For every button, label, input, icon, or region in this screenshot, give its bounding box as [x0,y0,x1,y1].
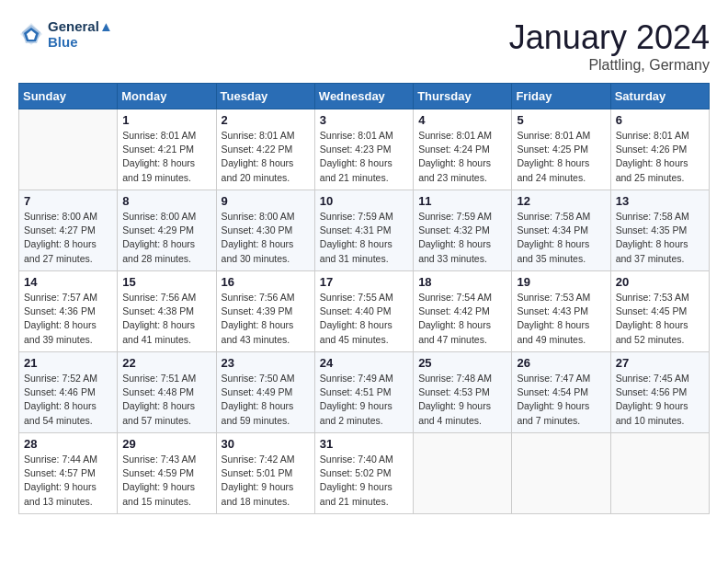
day-info: Sunrise: 7:56 AMSunset: 4:38 PMDaylight:… [122,291,210,347]
day-info: Sunrise: 7:56 AMSunset: 4:39 PMDaylight:… [222,291,310,347]
calendar-table: SundayMondayTuesdayWednesdayThursdayFrid… [18,83,710,514]
calendar-cell [512,433,610,514]
calendar-cell: 29Sunrise: 7:43 AMSunset: 4:59 PMDayligh… [118,433,216,514]
day-number: 10 [320,194,408,208]
calendar-cell: 2Sunrise: 8:01 AMSunset: 4:22 PMDaylight… [216,109,314,190]
location: Plattling, Germany [509,57,710,74]
day-info: Sunrise: 8:00 AMSunset: 4:30 PMDaylight:… [222,210,310,266]
logo-text: General▲ Blue [48,18,113,50]
month-title: January 2024 [509,18,710,57]
calendar-body: 1Sunrise: 8:01 AMSunset: 4:21 PMDaylight… [19,109,710,514]
weekday-header: Saturday [610,84,709,109]
day-number: 14 [24,275,112,289]
day-number: 28 [24,437,112,451]
calendar-cell: 13Sunrise: 7:58 AMSunset: 4:35 PMDayligh… [610,190,709,271]
weekday-header: Friday [512,84,610,109]
day-info: Sunrise: 7:59 AMSunset: 4:31 PMDaylight:… [320,210,408,266]
calendar-week-row: 1Sunrise: 8:01 AMSunset: 4:21 PMDaylight… [19,109,710,190]
calendar-cell: 23Sunrise: 7:50 AMSunset: 4:49 PMDayligh… [216,352,314,433]
day-info: Sunrise: 7:42 AMSunset: 5:01 PMDaylight:… [222,453,310,509]
logo-icon [18,21,44,47]
day-number: 27 [616,356,704,370]
day-info: Sunrise: 7:44 AMSunset: 4:57 PMDaylight:… [24,453,112,509]
day-info: Sunrise: 8:01 AMSunset: 4:23 PMDaylight:… [320,129,408,185]
day-info: Sunrise: 8:00 AMSunset: 4:29 PMDaylight:… [122,210,210,266]
day-info: Sunrise: 7:53 AMSunset: 4:45 PMDaylight:… [616,291,704,347]
day-number: 30 [222,437,310,451]
day-info: Sunrise: 7:54 AMSunset: 4:42 PMDaylight:… [418,291,506,347]
weekday-header: Tuesday [216,84,314,109]
weekday-header: Monday [118,84,216,109]
day-number: 17 [320,275,408,289]
calendar-cell: 5Sunrise: 8:01 AMSunset: 4:25 PMDaylight… [512,109,610,190]
calendar-cell: 8Sunrise: 8:00 AMSunset: 4:29 PMDaylight… [118,190,216,271]
day-number: 24 [320,356,408,370]
calendar-cell: 25Sunrise: 7:48 AMSunset: 4:53 PMDayligh… [414,352,512,433]
weekday-header: Wednesday [314,84,413,109]
day-info: Sunrise: 8:01 AMSunset: 4:24 PMDaylight:… [418,129,506,185]
day-info: Sunrise: 8:00 AMSunset: 4:27 PMDaylight:… [24,210,112,266]
day-info: Sunrise: 7:53 AMSunset: 4:43 PMDaylight:… [517,291,605,347]
day-number: 2 [222,113,310,127]
calendar-cell: 20Sunrise: 7:53 AMSunset: 4:45 PMDayligh… [610,271,709,352]
calendar-cell: 30Sunrise: 7:42 AMSunset: 5:01 PMDayligh… [216,433,314,514]
calendar-cell: 14Sunrise: 7:57 AMSunset: 4:36 PMDayligh… [19,271,118,352]
calendar-cell: 1Sunrise: 8:01 AMSunset: 4:21 PMDaylight… [118,109,216,190]
day-info: Sunrise: 7:57 AMSunset: 4:36 PMDaylight:… [24,291,112,347]
title-section: January 2024 Plattling, Germany [509,18,710,74]
day-number: 23 [222,356,310,370]
day-info: Sunrise: 7:40 AMSunset: 5:02 PMDaylight:… [320,453,408,509]
day-number: 21 [24,356,112,370]
calendar-cell: 24Sunrise: 7:49 AMSunset: 4:51 PMDayligh… [314,352,413,433]
day-info: Sunrise: 7:58 AMSunset: 4:35 PMDaylight:… [616,210,704,266]
calendar-cell: 27Sunrise: 7:45 AMSunset: 4:56 PMDayligh… [610,352,709,433]
day-number: 13 [616,194,704,208]
page-header: General▲ Blue January 2024 Plattling, Ge… [18,18,710,74]
calendar-cell: 7Sunrise: 8:00 AMSunset: 4:27 PMDaylight… [19,190,118,271]
day-info: Sunrise: 7:48 AMSunset: 4:53 PMDaylight:… [418,372,506,428]
calendar-cell: 18Sunrise: 7:54 AMSunset: 4:42 PMDayligh… [414,271,512,352]
calendar-cell [19,109,118,190]
calendar-cell: 31Sunrise: 7:40 AMSunset: 5:02 PMDayligh… [314,433,413,514]
calendar-cell: 12Sunrise: 7:58 AMSunset: 4:34 PMDayligh… [512,190,610,271]
calendar-cell: 28Sunrise: 7:44 AMSunset: 4:57 PMDayligh… [19,433,118,514]
day-info: Sunrise: 7:47 AMSunset: 4:54 PMDaylight:… [517,372,605,428]
weekday-header: Sunday [19,84,118,109]
day-number: 12 [517,194,605,208]
day-number: 25 [418,356,506,370]
day-number: 26 [517,356,605,370]
day-number: 18 [418,275,506,289]
calendar-cell: 9Sunrise: 8:00 AMSunset: 4:30 PMDaylight… [216,190,314,271]
day-info: Sunrise: 7:45 AMSunset: 4:56 PMDaylight:… [616,372,704,428]
calendar-cell: 6Sunrise: 8:01 AMSunset: 4:26 PMDaylight… [610,109,709,190]
day-info: Sunrise: 7:52 AMSunset: 4:46 PMDaylight:… [24,372,112,428]
day-number: 9 [222,194,310,208]
calendar-week-row: 28Sunrise: 7:44 AMSunset: 4:57 PMDayligh… [19,433,710,514]
day-number: 6 [616,113,704,127]
day-info: Sunrise: 7:43 AMSunset: 4:59 PMDaylight:… [122,453,210,509]
day-number: 4 [418,113,506,127]
calendar-cell: 16Sunrise: 7:56 AMSunset: 4:39 PMDayligh… [216,271,314,352]
day-info: Sunrise: 8:01 AMSunset: 4:26 PMDaylight:… [616,129,704,185]
calendar-week-row: 7Sunrise: 8:00 AMSunset: 4:27 PMDaylight… [19,190,710,271]
calendar-cell: 21Sunrise: 7:52 AMSunset: 4:46 PMDayligh… [19,352,118,433]
calendar-week-row: 21Sunrise: 7:52 AMSunset: 4:46 PMDayligh… [19,352,710,433]
day-number: 29 [122,437,210,451]
day-number: 3 [320,113,408,127]
calendar-cell: 26Sunrise: 7:47 AMSunset: 4:54 PMDayligh… [512,352,610,433]
day-info: Sunrise: 7:49 AMSunset: 4:51 PMDaylight:… [320,372,408,428]
logo: General▲ Blue [18,18,113,50]
day-number: 5 [517,113,605,127]
calendar-cell: 3Sunrise: 8:01 AMSunset: 4:23 PMDaylight… [314,109,413,190]
day-number: 22 [122,356,210,370]
calendar-cell: 10Sunrise: 7:59 AMSunset: 4:31 PMDayligh… [314,190,413,271]
calendar-header-row: SundayMondayTuesdayWednesdayThursdayFrid… [19,84,710,109]
day-number: 15 [122,275,210,289]
day-info: Sunrise: 8:01 AMSunset: 4:25 PMDaylight:… [517,129,605,185]
day-number: 1 [122,113,210,127]
day-info: Sunrise: 7:58 AMSunset: 4:34 PMDaylight:… [517,210,605,266]
calendar-cell: 22Sunrise: 7:51 AMSunset: 4:48 PMDayligh… [118,352,216,433]
day-number: 11 [418,194,506,208]
weekday-header: Thursday [414,84,512,109]
day-info: Sunrise: 8:01 AMSunset: 4:21 PMDaylight:… [122,129,210,185]
